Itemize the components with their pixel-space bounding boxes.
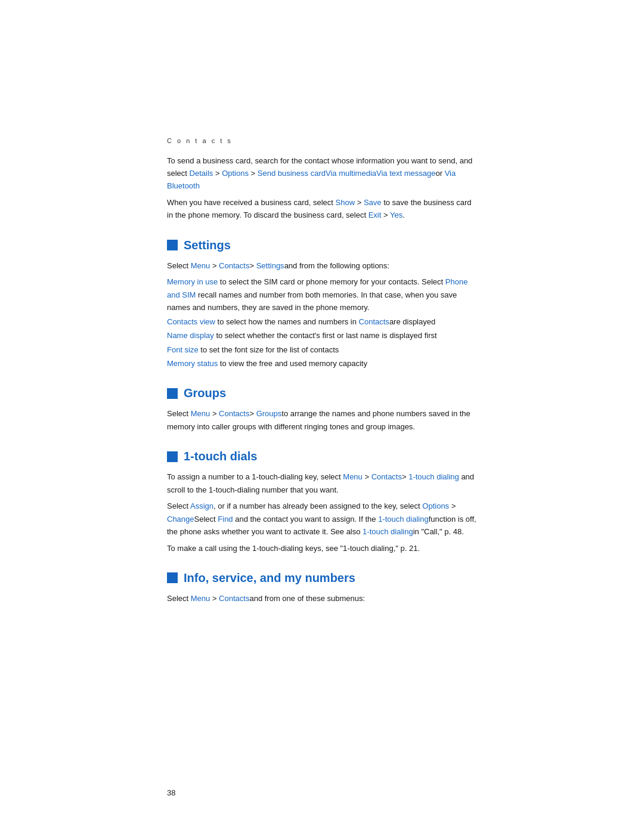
sep-s2: >	[249, 261, 256, 270]
touch-dials-para3: To make a call using the 1-touch-dialing…	[167, 542, 477, 555]
or-text: or	[436, 169, 445, 178]
intro-para2-sep2: >	[381, 210, 390, 219]
intro-para2-end: .	[402, 210, 405, 219]
contacts-view-desc2: are displayed	[389, 317, 435, 326]
sep2: >	[249, 169, 258, 178]
sep-info1: >	[210, 594, 219, 603]
sep-td1: >	[363, 472, 371, 481]
page-container: C o n t a c t s To send a business card,…	[0, 0, 644, 833]
groups-heading-text: Groups	[184, 386, 226, 400]
contacts-link-s: Contacts	[219, 261, 249, 270]
settings-heading: Settings	[167, 239, 477, 252]
groups-link: Groups	[256, 409, 282, 418]
groups-body: Select Menu > Contacts> Groupsto arrange…	[167, 407, 477, 433]
menu-link-td: Menu	[343, 472, 363, 481]
name-display-link: Name display	[167, 331, 214, 340]
td-p1-start: To assign a number to a 1-touch-dialing …	[167, 472, 343, 481]
name-display-desc: to select whether the contact's first or…	[214, 331, 437, 340]
one-touch-dialing-link3: 1-touch dialing	[363, 527, 413, 536]
touch-dials-para1: To assign a number to a 1-touch-dialing …	[167, 470, 477, 496]
td-p2-mid1: , or if a number has already been assign…	[213, 501, 422, 510]
sep-td3: >	[449, 501, 456, 510]
sep-s1: >	[210, 261, 219, 270]
sep-g1: >	[210, 409, 219, 418]
feature-memory-in-use: Memory in use to select the SIM card or …	[167, 275, 477, 314]
groups-text-start: Select	[167, 409, 191, 418]
intro-para1: To send a business card, search for the …	[167, 155, 477, 192]
info-text-end: and from one of these submenus:	[249, 594, 365, 603]
td-p2-start: Select	[167, 501, 190, 510]
sep-g2: >	[249, 409, 256, 418]
contacts-link-g: Contacts	[219, 409, 249, 418]
groups-heading: Groups	[167, 386, 477, 400]
feature-name-display: Name display to select whether the conta…	[167, 329, 477, 342]
info-heading-text: Info, service, and my numbers	[184, 571, 355, 585]
sep1: >	[213, 169, 222, 178]
page-number: 38	[167, 788, 175, 797]
font-size-link: Font size	[167, 345, 199, 354]
settings-heading-text: Settings	[184, 239, 231, 252]
send-business-card-link: Send business card	[258, 169, 326, 178]
td-p2-mid2: Select	[194, 515, 218, 524]
contacts-ref-link: Contacts	[359, 317, 389, 326]
yes-link: Yes	[390, 210, 402, 219]
find-link: Find	[218, 515, 233, 524]
sep-td2: >	[402, 472, 408, 481]
menu-link-g: Menu	[191, 409, 210, 418]
td-p2-end: in "Call," p. 48.	[413, 527, 464, 536]
options-link: Options	[222, 169, 249, 178]
settings-intro-text: Select	[167, 261, 191, 270]
section-label: C o n t a c t s	[167, 137, 477, 144]
memory-in-use-link: Memory in use	[167, 277, 218, 286]
show-link: Show	[336, 198, 355, 207]
memory-in-use-desc1: to select the SIM card or phone memory f…	[218, 277, 445, 286]
td-p3-text: To make a call using the 1-touch-dialing…	[167, 544, 420, 553]
settings-intro: Select Menu > Contacts> Settingsand from…	[167, 259, 477, 272]
memory-status-link: Memory status	[167, 359, 218, 368]
info-text-start: Select	[167, 594, 191, 603]
intro-para2: When you have received a business card, …	[167, 197, 477, 222]
feature-contacts-view: Contacts view to select how the names an…	[167, 315, 477, 328]
info-heading: Info, service, and my numbers	[167, 571, 477, 585]
details-link: Details	[190, 169, 213, 178]
via-text-link: Via text message	[376, 169, 435, 178]
menu-link-info: Menu	[191, 594, 210, 603]
touch-dials-heading: 1-touch dials	[167, 450, 477, 463]
touch-dials-icon	[167, 451, 178, 462]
contacts-view-link: Contacts view	[167, 317, 215, 326]
intro-para2-sep1: >	[355, 198, 364, 207]
content-area: C o n t a c t s To send a business card,…	[0, 0, 644, 656]
one-touch-dialing-link: 1-touch dialing	[408, 472, 459, 481]
feature-memory-status: Memory status to view the free and used …	[167, 357, 477, 370]
contacts-view-desc1: to select how the names and numbers in	[215, 317, 359, 326]
groups-icon	[167, 388, 178, 399]
settings-link-s: Settings	[256, 261, 284, 270]
memory-status-desc: to view the free and used memory capacit…	[218, 359, 367, 368]
assign-link: Assign	[190, 501, 213, 510]
menu-link-s: Menu	[191, 261, 210, 270]
intro-para2-start: When you have received a business card, …	[167, 198, 336, 207]
touch-dials-heading-text: 1-touch dials	[184, 450, 257, 463]
settings-icon	[167, 240, 178, 250]
settings-intro-end: and from the following options:	[284, 261, 389, 270]
font-size-desc: to set the font size for the list of con…	[199, 345, 339, 354]
info-body: Select Menu > Contactsand from one of th…	[167, 592, 477, 605]
contacts-link-info: Contacts	[219, 594, 249, 603]
feature-font-size: Font size to set the font size for the l…	[167, 343, 477, 356]
via-multimedia-link: Via multimedia	[326, 169, 376, 178]
contacts-link-td: Contacts	[371, 472, 402, 481]
save-link: Save	[364, 198, 382, 207]
info-icon	[167, 572, 178, 583]
change-link: Change	[167, 515, 194, 524]
options-link-td: Options	[422, 501, 449, 510]
td-p2-mid3: and the contact you want to assign. If t…	[233, 515, 379, 524]
one-touch-dialing-link2: 1-touch dialing	[378, 515, 429, 524]
exit-link: Exit	[369, 210, 382, 219]
touch-dials-para2: Select Assign, or if a number has alread…	[167, 500, 477, 538]
memory-in-use-desc2: recall names and number from both memori…	[167, 290, 457, 312]
